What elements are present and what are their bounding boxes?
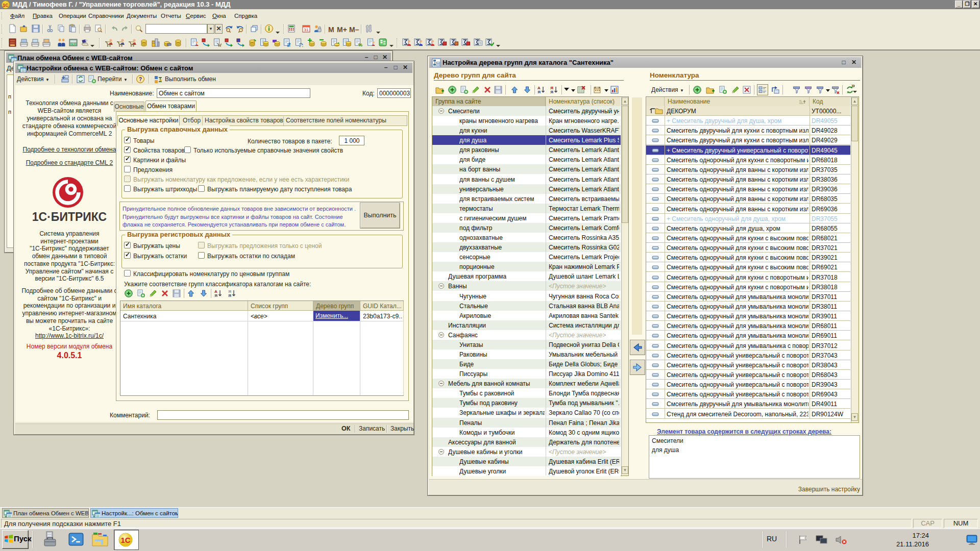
svg-text:Я: Я	[537, 90, 541, 94]
svg-text:Я: Я	[214, 293, 217, 298]
svg-text:31: 31	[304, 28, 309, 32]
svg-text:1С: 1С	[120, 536, 130, 544]
svg-text:Я: Я	[228, 293, 231, 298]
svg-text:?: ?	[139, 77, 142, 82]
svg-text:Я: Я	[550, 90, 553, 94]
svg-text:1С: 1С	[3, 3, 9, 8]
svg-text:%: %	[358, 42, 362, 47]
